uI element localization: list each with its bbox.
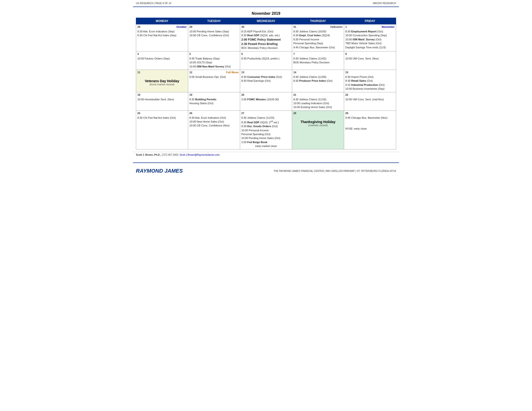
- holiday-sub: (markets closed): [293, 124, 343, 127]
- day-number: 28: [137, 25, 140, 28]
- event-item: 2:00 FOMC Minutes (10/29-30): [241, 98, 291, 101]
- page-header: US RESEARCH | PAGE 9 OF 14 MACRO RESEARC…: [133, 0, 399, 7]
- table-row: 810:00 UM Cons. Sent. (Nov): [344, 51, 396, 70]
- day-number: 22: [345, 93, 348, 96]
- holiday-content: Veterans Day Holiday(bond market closed): [137, 79, 187, 86]
- cell-events: 2:00 FOMC Minutes (10/29-30): [241, 98, 291, 101]
- cell-events: 8:30 Jobless Claims (11/23)8:30 Real GDP…: [241, 116, 291, 148]
- day-number: 5: [189, 52, 191, 55]
- event-item: 9:15 Industrial Production (Oct): [345, 83, 395, 87]
- day-number: 7: [293, 52, 295, 55]
- event-item: Housing Starts (Oct): [189, 102, 239, 105]
- cell-events: 8:30 Productivity (3Q19, prelim.): [241, 57, 291, 60]
- event-item: 10:00 New Home Sales (Oct): [189, 120, 239, 123]
- table-row: 268:30 Adv. Econ Indicators (Oct)10:00 N…: [188, 111, 240, 149]
- cell-events: 8:30 Employment Report (Oct)10:00 Constr…: [345, 30, 395, 49]
- table-row: 2210:00 UM Cons. Sent. (mid-Nov): [344, 92, 396, 111]
- event-item: 8:30 Jobless Claims (11/16): [293, 98, 343, 101]
- holiday-sub: (bond market closed): [137, 83, 187, 86]
- day-number: 20: [241, 93, 244, 96]
- header-right: MACRO RESEARCH: [373, 2, 396, 5]
- event-item: 10:00 UM Cons. Sent. (mid-Nov): [345, 98, 395, 101]
- event-item: 8:30 Dur. Goods Orders (Oct): [241, 124, 291, 128]
- event-item: 8:15 ADP Payroll Est. (Oct): [241, 30, 291, 33]
- event-item: Daylight Savings Time ends (11/3): [345, 46, 395, 49]
- table-row: 198:30 Building Permits Housing Starts (…: [188, 92, 240, 111]
- author-name: Scott J. Brown, Ph.D., (727) 567-2603, S…: [136, 154, 219, 156]
- day-number: 31: [293, 25, 296, 28]
- day-number: 13: [241, 71, 244, 74]
- event-item: 10:00 Construction Spending (Sep): [345, 34, 395, 37]
- cell-events: 8:30 Adv. Econ Indicators (Sep)8:30 Chi …: [137, 30, 187, 37]
- day-label: Halloween: [330, 25, 343, 28]
- event-item: 8:30 Jobless Claims (11/23): [241, 116, 291, 120]
- event-item: 8:30 Trade Balance (Sep): [189, 57, 239, 60]
- day-number: 15: [345, 71, 348, 74]
- cell-events: 9:45 Chicago Bus. Barometer (Nov)NYSE: e…: [345, 116, 395, 131]
- cell-events: 10:00 Factory Orders (Sep): [137, 57, 187, 60]
- day-number: 11: [137, 71, 140, 74]
- table-row: 410:00 Factory Orders (Sep): [136, 51, 188, 70]
- event-item: 10:00 UM Cons. Sent. (Nov): [345, 57, 395, 60]
- day-number: 1: [345, 25, 347, 28]
- cell-events: 8:30 Building Permits Housing Starts (Oc…: [189, 98, 239, 105]
- event-item: BOE Monetary Policy Decision: [293, 61, 343, 64]
- event-item: 8:30 Adv. Econ Indicators (Sep): [137, 30, 187, 33]
- table-row: 138:30 Consumer Price Index (Oct)8:30 Re…: [240, 70, 292, 92]
- day-number: 27: [241, 112, 244, 115]
- cell-events: 8:15 ADP Payroll Est. (Oct)8:30 Real GDP…: [241, 30, 291, 50]
- day-number: 29: [345, 112, 348, 115]
- event-item: 10:00 ISM Manf. Survey (Oct): [345, 38, 395, 41]
- event-item: 2:00 FOMC Policy Statement: [241, 38, 291, 42]
- event-item: 10:00 Existing Home Sales (Oct): [293, 105, 343, 109]
- event-item: early market close: [241, 144, 291, 148]
- event-item: 10:00 Business Inventories (Sep): [345, 87, 395, 91]
- table-row: 12Full Moon6:00 Small Business Opt. (Oct…: [188, 70, 240, 92]
- event-item: 8:30 Chi Fed Nat Act Index (Sep): [137, 34, 187, 37]
- table-row: 158:30 Import Prices (Oct)8:30 Retail Sa…: [344, 70, 396, 92]
- col-tuesday: TUESDAY: [188, 18, 240, 24]
- day-number: 21: [293, 93, 296, 96]
- event-item: 9:45 Chicago Bus. Barometer (Oct): [293, 46, 343, 49]
- month-link: October: [177, 25, 187, 28]
- cell-events: 8:30 Jobless Claims (11/02)BOE Monetary …: [293, 57, 343, 65]
- day-label: Full Moon: [226, 71, 239, 74]
- email-link[interactable]: Scott.J.Brown@RaymondJames.com: [180, 154, 220, 156]
- event-item: 10:00 Personal Income: [241, 129, 291, 132]
- day-number: 19: [189, 93, 192, 96]
- event-item: 9:45 Chicago Bus. Barometer (Nov): [345, 116, 395, 120]
- col-friday: FRIDAY: [344, 18, 396, 24]
- event-item: 8:30 Jobless Claims (10/26): [293, 30, 343, 33]
- cell-events: 8:30 Jobless Claims (11/09)8:30 Producer…: [293, 75, 343, 83]
- table-row: 28Thanksgiving Holiday(markets closed): [292, 111, 344, 149]
- event-item: 8:30 Real Earnings (Oct): [241, 79, 291, 83]
- table-row: 1810:00 Homebuilder Sent. (Nov): [136, 92, 188, 111]
- event-item: 10:00 CB Cons. Confidence (Nov): [189, 124, 239, 127]
- event-item: 10:00 Homebuilder Sent. (Nov): [137, 98, 187, 101]
- cell-events: 8:30 Consumer Price Index (Oct)8:30 Real…: [241, 75, 291, 83]
- day-number: 6: [241, 52, 243, 55]
- event-item: 8:30 Real GDP (3Q19, 2nd est.): [241, 120, 291, 124]
- table-row: 218:30 Jobless Claims (11/16)10:00 Leadi…: [292, 92, 344, 111]
- event-item: 8:30 Producer Price Index (Oct): [293, 79, 343, 83]
- table-row: 58:30 Trade Balance (Sep)10:00 JOLTS (Se…: [188, 51, 240, 70]
- day-number: 29: [189, 25, 192, 28]
- table-row: 11Veterans Day Holiday(bond market close…: [136, 70, 188, 92]
- day-number: 12: [189, 71, 192, 74]
- cell-events: 10:00 Homebuilder Sent. (Nov): [137, 98, 187, 101]
- table-row: 31Halloween8:30 Jobless Claims (10/26)8:…: [292, 24, 344, 51]
- header-left: US RESEARCH | PAGE 9 OF 14: [136, 2, 171, 5]
- day-number: 4: [137, 52, 139, 55]
- table-row: 278:30 Jobless Claims (11/23)8:30 Real G…: [240, 111, 292, 149]
- day-number: 8: [345, 52, 347, 55]
- day-number: 28: [293, 112, 296, 115]
- event-item: 2:00 Fed Beige Book: [241, 140, 291, 144]
- event-item: Personal Spending (Oct): [241, 132, 291, 136]
- cell-events: 8:30 Trade Balance (Sep)10:00 JOLTS (Sep…: [189, 57, 239, 68]
- table-row: 1November8:30 Employment Report (Oct)10:…: [344, 24, 396, 51]
- event-item: 8:30 Employment Report (Oct): [345, 30, 395, 33]
- month-link: November: [382, 25, 395, 28]
- event-item: 8:30 Jobless Claims (11/09): [293, 75, 343, 79]
- table-row: 78:30 Jobless Claims (11/02)BOE Monetary…: [292, 51, 344, 70]
- day-number: 26: [189, 112, 192, 115]
